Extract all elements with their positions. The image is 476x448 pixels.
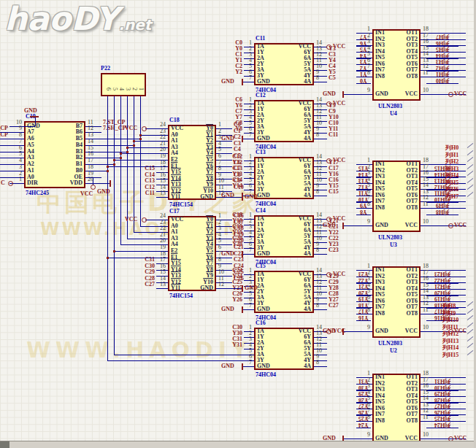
pin-number: 16: [423, 276, 436, 282]
gnd-terminal-icon: [242, 136, 243, 142]
vcc-terminal-icon: [326, 272, 331, 277]
wire: [242, 254, 254, 255]
pin-number: 8: [316, 247, 329, 253]
chip-ref-label: C17: [169, 209, 180, 215]
gnd-label: GND: [323, 223, 336, 228]
pin-name: 4A: [289, 193, 311, 198]
pin-name: Y7: [191, 260, 213, 266]
pin-number: 10: [423, 325, 436, 331]
wire: [242, 139, 254, 139]
pin-name: IN7: [375, 67, 397, 73]
chip-ref-label: C16: [256, 320, 266, 326]
connector-pin-number: 4: [118, 86, 124, 92]
junction-dot: [126, 147, 128, 149]
port-label: 列H15: [442, 352, 458, 358]
vcc-label: VCC: [333, 101, 345, 107]
wire: [85, 139, 140, 139]
gnd-terminal-icon: [242, 193, 243, 199]
pin-number: 8: [316, 75, 329, 81]
schematic-canvas: 中国电子DIY之家 WWW.HAODIY.CN WWW.HAODIY.CN ha…: [0, 0, 476, 448]
pin-number: 8: [348, 70, 370, 76]
gnd-terminal-icon: [342, 328, 344, 335]
pin-name: IN5: [375, 292, 397, 298]
chip-ref-label: C18: [169, 117, 180, 123]
gnd-label: GND: [221, 251, 234, 257]
vcc-label: VCC: [125, 125, 137, 131]
net-label: Y24: [356, 422, 371, 428]
pin-wire: [156, 288, 168, 289]
pin-number: 14: [423, 288, 436, 294]
pin-name: IN3: [375, 42, 397, 48]
pin-name: OT3: [396, 42, 418, 48]
gnd-terminal-icon: [242, 79, 243, 85]
pin-name: IN8: [375, 418, 397, 424]
pin-number: 5: [348, 395, 370, 401]
pin-wire: [314, 366, 327, 367]
junction-dot: [113, 159, 115, 161]
pin-name: IN8: [375, 205, 397, 211]
pin-number: 7: [348, 301, 370, 306]
pin-number: 3: [348, 383, 370, 389]
pin-number: 10: [423, 432, 436, 438]
junction-dot: [139, 138, 142, 140]
connector-pin-number: 3: [125, 86, 131, 92]
pin-number: 9: [348, 325, 370, 331]
pin-name: IN5: [375, 399, 397, 405]
port-lead-icon: [467, 329, 473, 334]
pin-name: OT5: [396, 55, 418, 61]
pin-name: A4: [171, 242, 193, 247]
pin-number: 18: [88, 164, 101, 170]
gnd-terminal-icon: [30, 116, 39, 117]
port-label: 列H4: [445, 173, 458, 179]
pin-number: 14: [423, 395, 436, 401]
wire: [114, 96, 115, 355]
port-lead-icon: [467, 157, 473, 162]
wire: [0, 132, 24, 133]
port-label: 列H10: [442, 317, 458, 323]
pin-number: 3: [0, 164, 22, 170]
wire: [114, 355, 254, 355]
junction-dot: [126, 151, 128, 153]
pin-name: E2: [171, 157, 193, 163]
net-label-text: 列H31: [434, 378, 450, 384]
pin-number: 8: [348, 307, 370, 313]
gnd-label: GND: [24, 108, 37, 114]
port-label: 列H5: [445, 180, 458, 186]
vcc-label-clipped: C: [1, 180, 5, 186]
vcc-label: VCC: [454, 91, 467, 97]
pin-number: 12: [423, 63, 436, 69]
pin-name: A7: [27, 129, 49, 135]
vcc-terminal-icon: [142, 217, 147, 223]
net-label: C29: [111, 269, 155, 275]
wire: [343, 225, 372, 226]
horizontal-scrollbar[interactable]: [0, 441, 476, 448]
pin-name: IN3: [375, 174, 397, 179]
pin-number: 5: [348, 51, 370, 57]
pin-number: 18: [423, 158, 436, 163]
net-label: C23: [329, 247, 339, 253]
pin-number: 14: [423, 51, 436, 57]
port-lead-icon: [467, 150, 473, 155]
port-lead-icon: [467, 164, 473, 169]
port-lead-icon: [467, 178, 473, 183]
chip-ref-label: U3: [390, 242, 397, 248]
logo-text: haoDY: [4, 0, 118, 37]
net-label-text: 列H0: [436, 77, 449, 83]
wire: [85, 164, 114, 165]
pin-name: OT8: [396, 418, 418, 424]
gnd-label: GND: [221, 193, 234, 198]
junction-dot: [120, 152, 122, 155]
gnd-terminal-icon: [242, 285, 243, 292]
pin-number: 24: [143, 122, 166, 128]
wire: [343, 439, 372, 439]
pin-name: OT7: [396, 412, 418, 417]
net-label: Y16: [356, 314, 371, 321]
gnd-label: GND: [221, 363, 234, 369]
port-label: 列H7: [445, 194, 458, 200]
junction-dot: [133, 140, 135, 142]
port-lead-icon: [467, 343, 473, 348]
pin-name: GND: [257, 363, 279, 369]
pin-name: IN7: [375, 304, 397, 310]
pin-number: 7: [348, 63, 370, 69]
pin-wire: [314, 196, 327, 196]
